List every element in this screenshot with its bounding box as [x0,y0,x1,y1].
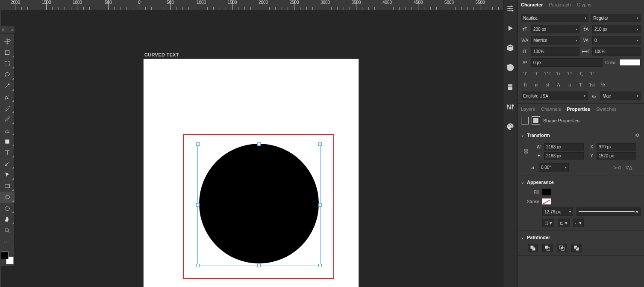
svg-rect-19 [545,246,548,249]
x-input[interactable]: 979 px [597,143,636,151]
type-opt2-3[interactable]: A [554,81,563,89]
text-color-swatch[interactable] [619,59,641,66]
rotation-select[interactable]: 0.00°▾ [539,163,569,172]
tab-layers[interactable]: Layers [521,107,535,112]
tracking-select[interactable]: 0▾ [592,36,641,44]
palette-icon[interactable] [506,122,515,131]
pathfinder-unite[interactable] [528,244,538,252]
artboard-tool[interactable] [0,47,15,58]
flip-vertical-icon[interactable]: ▽△ [625,163,633,171]
type-opt1-3[interactable]: Tr [554,70,563,77]
fill-swatch[interactable] [542,189,551,195]
pathfinder-subtract[interactable] [542,244,553,252]
custom-shape-tool[interactable] [0,203,15,214]
magic-wand-tool[interactable] [0,80,15,92]
gradient-tool[interactable] [0,136,15,147]
w-input[interactable]: 2188 px [544,143,584,151]
zoom-tool[interactable] [0,225,15,236]
eraser-tool[interactable] [0,125,15,136]
type-opt2-0[interactable]: fi [521,81,529,89]
tab-properties[interactable]: Properties [567,107,590,112]
svg-rect-4 [5,184,9,188]
pen-curve-tool[interactable] [0,158,15,169]
hand-tool[interactable] [0,214,15,225]
type-opt2-6[interactable]: 1st [588,81,596,89]
tab-character[interactable]: Character [521,1,543,8]
pathfinder-title: Pathfinder [527,235,550,240]
tab-paragraph[interactable]: Paragraph [549,1,570,8]
ruler-mark: 4500 [418,0,418,10]
leading-select[interactable]: 210 px▾ [592,25,641,33]
tools-panel: ↖ ··· [0,34,15,266]
document-tab[interactable]: × » [0,26,15,33]
eyedropper-tool[interactable] [0,103,15,114]
hscale-input[interactable]: 100% [592,47,641,56]
kerning-select[interactable]: Metrics▾ [531,36,579,44]
link-wh-icon[interactable]: ⛓ [523,142,529,160]
lasso-tool[interactable] [0,69,15,80]
type-opt2-5[interactable]: T [576,81,585,89]
reset-transform-icon[interactable]: ⟲ [633,131,641,139]
color-swatches[interactable] [1,251,14,264]
ruler-mark: 0 [139,0,139,10]
stroke-corner-select[interactable]: ⌐▾ [573,219,584,227]
chevron-down-icon[interactable]: ⌄ [521,180,524,184]
expand-icon[interactable]: » [11,27,14,32]
stroke-width-select[interactable]: 12.76 px▾ [542,207,573,216]
font-family-select[interactable]: Nautica▾ [521,14,588,22]
ruler-mark: 500 [108,0,109,10]
foreground-color-swatch[interactable] [1,251,9,259]
type-opt1-1[interactable]: T [532,70,541,77]
play-icon[interactable] [506,24,515,33]
chevron-down-icon[interactable]: ⌄ [521,235,524,240]
chevron-down-icon[interactable]: ⌄ [521,133,524,137]
pathfinder-intersect[interactable] [557,244,567,252]
marquee-tool[interactable] [0,58,15,69]
h-input[interactable]: 2188 px [544,152,584,160]
font-style-select[interactable]: Regular▾ [591,14,641,22]
type-opt2-4[interactable]: ā [565,81,574,89]
canvas[interactable]: CURVED TEXT [15,10,503,287]
rectangle-tool[interactable] [0,180,15,192]
type-opt2-2[interactable]: st [543,81,552,89]
libraries-icon[interactable] [506,83,515,92]
type-opt1-5[interactable]: T, [576,70,585,77]
tab-glyphs[interactable]: Glyphs [577,1,591,8]
3d-cube-icon[interactable] [506,44,515,52]
type-opt2-1[interactable]: ø [532,81,541,89]
stroke-style-select[interactable]: ▾ [576,207,641,216]
stroke-swatch[interactable] [542,198,551,205]
baseline-input[interactable]: 0 px [531,58,603,67]
type-opt1-6[interactable]: T [588,70,596,77]
ruler-mark: 3000 [325,0,325,10]
history-icon[interactable] [506,63,515,72]
type-opt1-2[interactable]: TT [543,70,552,77]
y-input[interactable]: 1520 px [597,152,636,160]
close-icon[interactable]: × [2,27,4,32]
brush-tool[interactable] [0,114,15,125]
tab-swatches[interactable]: Swatches [596,107,617,112]
hscale-icon: ⟷T [582,47,590,55]
move-tool[interactable]: ↖ [0,36,15,47]
pathfinder-exclude[interactable] [571,244,582,252]
tab-channels[interactable]: Channels [541,107,561,112]
type-tool[interactable] [0,147,15,158]
stroke-corner-icon: ⌐ [575,220,578,225]
more-tools[interactable]: ··· [0,236,15,247]
equalizer-icon[interactable] [506,103,515,111]
language-select[interactable]: English: USA▾ [521,92,588,100]
type-opt1-4[interactable]: T¹ [565,70,574,77]
antialias-select[interactable]: Mac▾ [600,92,641,100]
adjustments-icon[interactable] [506,4,515,13]
path-select-tool[interactable] [0,169,15,180]
stroke-align-select[interactable]: ◻▾ [542,219,554,227]
stroke-caps-select[interactable]: ⊏▾ [558,219,570,227]
vscale-input[interactable]: 100% [531,47,579,56]
type-opt1-0[interactable]: T [521,70,529,77]
ellipse-shape[interactable] [199,144,319,263]
ellipse-tool[interactable] [0,192,15,203]
type-opt2-7[interactable]: ½ [599,81,607,89]
pen-tool[interactable] [0,92,15,103]
font-size-select[interactable]: 200 px▾ [531,25,579,33]
flip-horizontal-icon[interactable]: ▷◁ [613,163,621,171]
